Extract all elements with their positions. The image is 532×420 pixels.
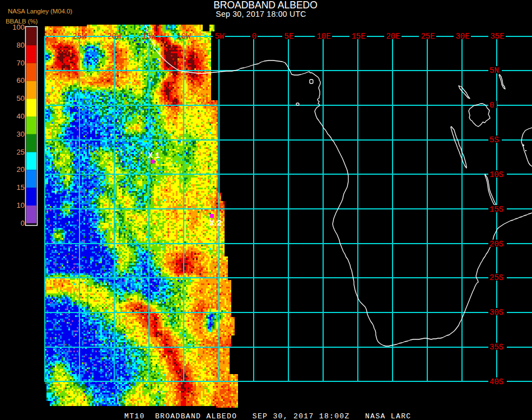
svg-text:20S: 20S [489,240,503,249]
svg-text:70: 70 [17,59,25,67]
svg-text:NASA Langley (M04.0): NASA Langley (M04.0) [8,8,72,15]
svg-text:30E: 30E [455,32,469,41]
svg-text:5W: 5W [215,32,225,41]
svg-text:BBALB (%): BBALB (%) [6,18,38,25]
svg-text:15E: 15E [351,32,365,41]
svg-text:15W: 15W [142,32,156,41]
svg-text:5S: 5S [489,136,499,144]
svg-text:15S: 15S [489,205,503,214]
svg-text:10S: 10S [489,170,503,179]
svg-text:5N: 5N [489,66,499,75]
svg-text:80: 80 [17,41,25,49]
svg-text:20E: 20E [386,32,400,41]
svg-text:25E: 25E [421,32,435,41]
svg-text:25S: 25S [489,273,503,282]
svg-text:30S: 30S [489,308,503,317]
svg-text:25: 25 [17,148,25,156]
svg-text:50: 50 [17,94,25,102]
svg-text:0: 0 [252,32,256,41]
svg-text:35S: 35S [489,343,503,352]
svg-text:5E: 5E [284,32,294,41]
svg-text:10E: 10E [316,32,330,41]
svg-text:20: 20 [17,165,25,174]
svg-text:35E: 35E [490,32,504,41]
svg-text:X1: X1 [148,151,162,161]
svg-text:X2: X2 [209,219,224,228]
svg-text:20W: 20W [107,32,122,41]
svg-text:60: 60 [17,76,25,85]
svg-text:0: 0 [21,219,25,227]
svg-text:0: 0 [489,101,494,110]
svg-text:25W: 25W [72,32,87,41]
svg-text:10W: 10W [176,32,191,41]
svg-text:40S: 40S [489,377,503,386]
svg-text:MT10 BROADBAND ALBEDO SEP 3: MT10 BROADBAND ALBEDO SEP 30, 2017 18:00… [124,412,411,420]
svg-text:Sep 30, 2017 18:00 UTC: Sep 30, 2017 18:00 UTC [216,10,306,18]
svg-text:15: 15 [17,183,25,192]
svg-text:40: 40 [17,112,25,120]
svg-text:10: 10 [17,201,25,209]
svg-text:30: 30 [17,130,25,138]
